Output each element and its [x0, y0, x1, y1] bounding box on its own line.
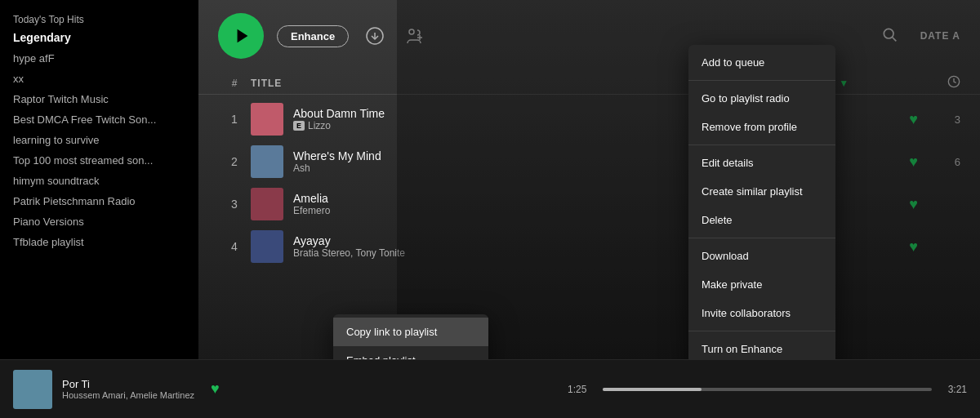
sidebar-item-legendary[interactable]: Legendary: [0, 27, 198, 48]
track-number: 4: [218, 240, 251, 253]
menu-divider: [688, 145, 835, 145]
player-thumbnail: [13, 370, 52, 409]
menu-item-create-similar-playlist[interactable]: Create similar playlist: [688, 177, 835, 206]
player-progress-fill: [603, 388, 702, 391]
track-number: 2: [218, 155, 251, 168]
sidebar-item-piano-versions[interactable]: Piano Versions: [0, 211, 198, 232]
sidebar-item-patrik[interactable]: Patrik Pietschmann Radio: [0, 191, 198, 211]
track-number: 1: [218, 113, 251, 126]
menu-item-add-to-queue[interactable]: Add to queue: [688, 48, 835, 77]
player-time-elapsed: 1:25: [568, 384, 586, 395]
track-number: 3: [218, 198, 251, 211]
sidebar-item-tfblade[interactable]: Tfblade playlist: [0, 232, 198, 252]
main-content: Enhance Date a: [198, 0, 980, 359]
svg-marker-0: [237, 29, 247, 43]
track-thumbnail: [251, 103, 283, 136]
share-submenu: Copy link to playlist Embed playlist: [333, 314, 488, 359]
sidebar-item-hype-aff[interactable]: hype afF: [0, 48, 198, 69]
track-thumbnail: [251, 230, 283, 263]
player-info: Por Ti Houssem Amari, Amelie Martinez: [62, 378, 194, 400]
play-button[interactable]: [218, 13, 264, 59]
menu-divider: [688, 80, 835, 81]
sidebar: Today's Top Hits Legendary hype afF xx R…: [0, 0, 198, 359]
player-title: Por Ti: [62, 378, 194, 390]
player-artist: Houssem Amari, Amelie Martinez: [62, 390, 194, 400]
menu-item-make-private[interactable]: Make private: [688, 270, 835, 299]
player-heart-icon[interactable]: ♥: [211, 380, 220, 398]
menu-divider: [688, 331, 835, 331]
menu-divider: [688, 238, 835, 238]
submenu-item-embed-playlist[interactable]: Embed playlist: [333, 346, 488, 359]
bottom-player: Por Ti Houssem Amari, Amelie Martinez ♥ …: [0, 359, 980, 418]
menu-item-edit-details[interactable]: Edit details: [688, 149, 835, 177]
menu-item-turn-on-enhance[interactable]: Turn on Enhance: [688, 335, 835, 359]
menu-item-invite-collaborators[interactable]: Invite collaborators: [688, 299, 835, 327]
track-thumbnail: [251, 145, 283, 178]
submenu-item-copy-link[interactable]: Copy link to playlist: [333, 318, 488, 346]
sidebar-item-xx[interactable]: xx: [0, 69, 198, 89]
sidebar-item-himym[interactable]: himym soundtrack: [0, 171, 198, 191]
player-progress-bar[interactable]: [603, 388, 931, 391]
col-num-header: #: [218, 78, 251, 89]
sidebar-item-learning-to-survive[interactable]: learning to survive: [0, 130, 198, 150]
menu-item-delete[interactable]: Delete: [688, 206, 835, 234]
sidebar-item-best-dmca[interactable]: Best DMCA Free Twitch Son...: [0, 109, 198, 130]
sidebar-item-raptor-twitch-music[interactable]: Raptor Twitch Music: [0, 89, 198, 109]
menu-item-download[interactable]: Download: [688, 242, 835, 270]
download-button[interactable]: [362, 23, 388, 49]
enhance-button[interactable]: Enhance: [277, 25, 349, 47]
sidebar-item-today-top-hits[interactable]: Today's Top Hits: [0, 10, 198, 27]
context-menu: Add to queue Go to playlist radio Remove…: [688, 45, 835, 359]
track-thumbnail: [251, 188, 283, 220]
sidebar-item-top-100[interactable]: Top 100 most streamed son...: [0, 150, 198, 171]
player-time-total: 3:21: [948, 384, 967, 395]
menu-item-go-to-playlist-radio[interactable]: Go to playlist radio: [688, 84, 835, 113]
menu-item-remove-from-profile[interactable]: Remove from profile: [688, 113, 835, 141]
explicit-badge: E: [293, 121, 305, 131]
